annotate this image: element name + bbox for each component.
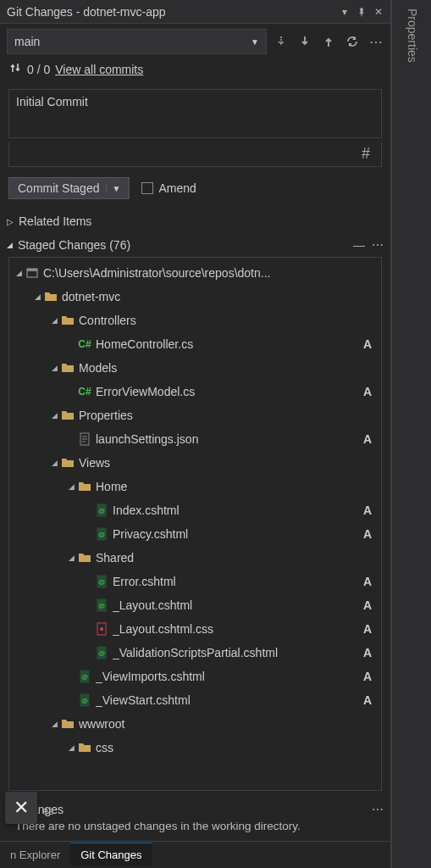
tree-item-label: _ValidationScriptsPartial.cshtml <box>113 646 361 659</box>
tree-item-label: wwwroot <box>79 717 361 731</box>
floating-close-button[interactable]: ✕ <box>5 792 37 824</box>
tree-item-label: Controllers <box>79 314 361 327</box>
folder-icon <box>60 313 75 328</box>
folder-icon <box>60 360 75 376</box>
fetch-icon[interactable] <box>274 34 289 49</box>
staged-tree-container: ◢C:\Users\Administrator\source\repos\dot… <box>8 257 382 791</box>
close-panel-icon[interactable]: ✕ <box>370 3 387 20</box>
cshtml-icon: @ <box>94 598 109 613</box>
tree-file[interactable]: @_Layout.cshtmlA <box>9 593 381 617</box>
file-status: A <box>361 622 374 636</box>
cshtml-icon: @ <box>94 503 109 518</box>
tab-explorer-truncated[interactable]: n Explorer <box>0 843 70 866</box>
staged-more-icon[interactable]: ⋯ <box>372 238 384 252</box>
commit-button-dropdown[interactable]: ▼ <box>106 184 120 193</box>
tree-item-label: Home <box>96 480 361 493</box>
tree-file[interactable]: @Index.cshtmlA <box>9 498 381 522</box>
related-items-header[interactable]: Related Items <box>0 209 390 233</box>
sync-icon[interactable] <box>345 34 360 49</box>
commit-message-input[interactable] <box>8 89 382 138</box>
tree-item-label: Views <box>79 456 361 470</box>
push-icon[interactable] <box>321 34 336 49</box>
tree-file[interactable]: @Privacy.cshtmlA <box>9 522 381 546</box>
svg-rect-0 <box>361 14 362 16</box>
folder-icon <box>60 455 75 470</box>
tree-folder[interactable]: ◢Home <box>9 475 381 498</box>
csharp-icon: C# <box>77 337 92 352</box>
tab-git-changes[interactable]: Git Changes <box>70 843 152 866</box>
svg-text:@: @ <box>98 531 105 538</box>
git-changes-panel: Git Changes - dotnet-mvc-app ▾ ✕ main ▼ … <box>0 0 391 868</box>
changes-more-icon[interactable]: ⋯ <box>372 803 384 816</box>
folder-icon <box>77 550 92 565</box>
json-icon <box>77 431 92 447</box>
tree-file[interactable]: @Error.cshtmlA <box>9 570 381 593</box>
css-icon <box>94 621 109 637</box>
file-status: A <box>361 504 374 517</box>
chevron-down-icon: ▼ <box>251 37 259 47</box>
staged-tree[interactable]: ◢C:\Users\Administrator\source\repos\dot… <box>9 258 381 790</box>
tree-folder[interactable]: ◢Properties <box>9 403 381 427</box>
commit-action-row: Commit Staged ▼ Amend <box>0 167 390 209</box>
reference-issue-icon[interactable]: # <box>356 145 376 163</box>
svg-text:@: @ <box>98 602 105 609</box>
tree-file[interactable]: C#HomeController.csA <box>9 332 381 356</box>
tree-file[interactable]: @_ViewImports.cshtmlA <box>9 665 381 688</box>
folder-icon <box>60 408 75 423</box>
changes-header[interactable]: Changes ⋯ <box>0 798 390 818</box>
changes-empty-text: There are no unstaged changes in the wor… <box>0 818 390 841</box>
csharp-icon: C# <box>77 384 92 399</box>
file-status: A <box>361 693 374 707</box>
tree-file[interactable]: _Layout.cshtml.cssA <box>9 617 381 641</box>
tree-file[interactable]: @_ViewStart.cshtmlA <box>9 688 381 712</box>
file-status: A <box>361 527 374 541</box>
tree-item-label: ErrorViewModel.cs <box>96 385 361 398</box>
file-status: A <box>361 646 374 659</box>
tree-item-label: Properties <box>79 409 361 422</box>
branch-selector[interactable]: main ▼ <box>7 29 267 54</box>
checkbox-box <box>141 182 153 194</box>
tree-folder[interactable]: ◢css <box>9 736 381 760</box>
changes-actions: ⋯ <box>372 803 384 816</box>
tree-folder[interactable]: ◢Shared <box>9 546 381 570</box>
tree-item-label: _Layout.cshtml.css <box>113 622 361 636</box>
tree-item-label: HomeController.cs <box>96 337 361 351</box>
cshtml-icon: @ <box>77 669 92 684</box>
commit-staged-button[interactable]: Commit Staged ▼ <box>8 177 130 199</box>
properties-side-tab[interactable]: Properties <box>391 0 431 868</box>
amend-label: Amend <box>158 181 196 195</box>
commit-message-options: # <box>8 142 382 167</box>
solution-icon <box>25 265 40 281</box>
more-icon[interactable]: ⋯ <box>368 34 384 49</box>
window-dropdown-icon[interactable]: ▾ <box>336 3 353 20</box>
file-status: A <box>361 432 374 446</box>
cshtml-icon: @ <box>94 574 109 589</box>
view-all-commits-link[interactable]: View all commits <box>55 63 143 76</box>
sync-toolbar: ⋯ <box>274 34 384 49</box>
staged-changes-header[interactable]: Staged Changes (76) — ⋯ <box>0 233 390 257</box>
pin-icon[interactable] <box>353 3 370 20</box>
tree-folder[interactable]: ◢wwwroot <box>9 712 381 736</box>
tree-folder[interactable]: ◢Controllers <box>9 309 381 332</box>
staged-actions: — ⋯ <box>353 238 384 252</box>
tree-item-label: Error.cshtml <box>113 575 361 588</box>
amend-checkbox[interactable]: Amend <box>141 181 196 195</box>
file-status: A <box>361 670 374 683</box>
tree-file[interactable]: C#ErrorViewModel.csA <box>9 380 381 403</box>
svg-text:@: @ <box>98 578 105 586</box>
cshtml-icon: @ <box>94 645 109 660</box>
file-status: A <box>361 385 374 398</box>
tree-file[interactable]: launchSettings.jsonA <box>9 427 381 451</box>
tree-folder[interactable]: ◢Views <box>9 451 381 475</box>
tree-folder[interactable]: ◢dotnet-mvc <box>9 285 381 309</box>
tree-item-label: _ViewStart.cshtml <box>96 693 361 707</box>
tree-root[interactable]: ◢C:\Users\Administrator\source\repos\dot… <box>9 261 381 285</box>
tree-file[interactable]: @_ValidationScriptsPartial.cshtmlA <box>9 641 381 665</box>
svg-text:@: @ <box>81 697 88 704</box>
commits-row: 0 / 0 View all commits <box>0 59 390 84</box>
commit-message-container: # <box>8 89 382 167</box>
unstage-all-icon[interactable]: — <box>353 238 365 252</box>
tree-folder[interactable]: ◢Models <box>9 356 381 380</box>
pull-icon[interactable] <box>297 34 312 49</box>
panel-title: Git Changes - dotnet-mvc-app <box>7 5 336 19</box>
